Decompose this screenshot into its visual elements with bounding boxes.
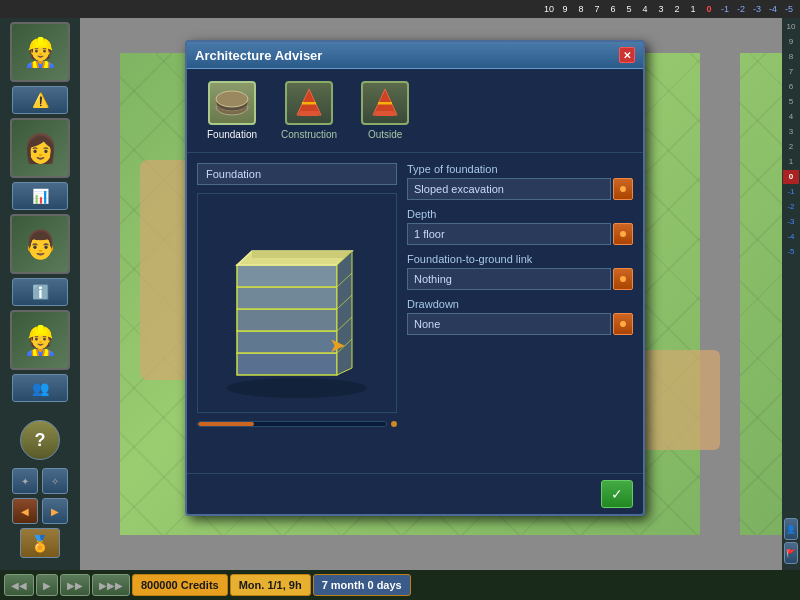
drawdown-label: Drawdown xyxy=(407,298,633,310)
tab-construction[interactable]: Construction xyxy=(273,77,345,144)
progress-fill xyxy=(198,422,254,426)
ok-button[interactable]: ✓ xyxy=(601,480,633,508)
help-button[interactable]: ? xyxy=(20,420,60,460)
rnum-4: 4 xyxy=(783,110,799,124)
rewind-btn[interactable]: ◀◀ xyxy=(4,574,34,596)
sidebar-btn-4[interactable]: 👥 xyxy=(12,374,68,402)
svg-rect-7 xyxy=(375,111,395,116)
person-icon: 👤 xyxy=(786,525,796,534)
credits-text: 800000 Credits xyxy=(141,579,219,591)
rnum-2: 2 xyxy=(783,140,799,154)
svg-rect-12 xyxy=(237,309,337,331)
rnum-neg1: -1 xyxy=(783,185,799,199)
right-btn-1[interactable]: 👤 xyxy=(784,518,798,540)
drawdown-field[interactable]: None xyxy=(407,313,611,335)
num-7: 7 xyxy=(590,4,604,14)
road-right xyxy=(700,18,740,570)
num-5: 5 xyxy=(622,4,636,14)
controls-area: Type of foundation Sloped excavation Dep… xyxy=(407,163,633,463)
depth-dropdown-btn[interactable] xyxy=(613,223,633,245)
avatar-3[interactable]: 👨 xyxy=(10,214,70,274)
rnum-neg2: -2 xyxy=(783,200,799,214)
expand-icon-2: ✧ xyxy=(51,476,59,487)
num-6: 6 xyxy=(606,4,620,14)
duration-text: 7 month 0 days xyxy=(322,579,402,591)
flag-icon: 🚩 xyxy=(786,549,796,558)
svg-point-23 xyxy=(620,231,626,237)
outside-tab-icon xyxy=(361,81,409,125)
rnum-5: 5 xyxy=(783,95,799,109)
control-drawdown: Drawdown None xyxy=(407,298,633,335)
fast-icon: ▶▶ xyxy=(67,580,83,591)
control-depth: Depth 1 floor xyxy=(407,208,633,245)
nav-prev-btn[interactable]: ◀ xyxy=(12,498,38,524)
avatar-2[interactable]: 👩 xyxy=(10,118,70,178)
num-neg5: -5 xyxy=(782,4,796,14)
faster-btn[interactable]: ▶▶▶ xyxy=(92,574,130,596)
rnum-neg3: -3 xyxy=(783,215,799,229)
control-type-of-foundation: Type of foundation Sloped excavation xyxy=(407,163,633,200)
warning-icon: ⚠️ xyxy=(32,92,49,108)
arrow-right-icon: ▶ xyxy=(51,506,59,517)
progress-track xyxy=(197,421,387,427)
gold-btn[interactable]: 🏅 xyxy=(20,528,60,558)
rnum-8: 8 xyxy=(783,50,799,64)
type-dropdown-btn[interactable] xyxy=(613,178,633,200)
sidebar-btn-2[interactable]: 📊 xyxy=(12,182,68,210)
date-display[interactable]: Mon. 1/1, 9h xyxy=(230,574,311,596)
play-btn[interactable]: ▶ xyxy=(36,574,58,596)
svg-marker-17 xyxy=(337,251,352,375)
rnum-3: 3 xyxy=(783,125,799,139)
info-icon: ℹ️ xyxy=(32,284,49,300)
fast-btn[interactable]: ▶▶ xyxy=(60,574,90,596)
dialog-close-button[interactable]: ✕ xyxy=(619,47,635,63)
num-1: 1 xyxy=(686,4,700,14)
sidebar-btn-3[interactable]: ℹ️ xyxy=(12,278,68,306)
left-sidebar: 👷 ⚠️ 👩 📊 👨 ℹ️ 👷 👥 ? ✦ ✧ ◀ xyxy=(0,18,80,570)
bottom-bar: ◀◀ ▶ ▶▶ ▶▶▶ 800000 Credits Mon. 1/1, 9h … xyxy=(0,570,800,600)
num-8: 8 xyxy=(574,4,588,14)
tab-foundation-label: Foundation xyxy=(207,129,257,140)
right-btn-2[interactable]: 🚩 xyxy=(784,542,798,564)
num-neg1: -1 xyxy=(718,4,732,14)
svg-point-25 xyxy=(620,321,626,327)
arrow-left-icon: ◀ xyxy=(21,506,29,517)
sidebar-btn-1[interactable]: ⚠️ xyxy=(12,86,68,114)
num-4: 4 xyxy=(638,4,652,14)
avatar-1[interactable]: 👷 xyxy=(10,22,70,82)
worker-icon-4: 👷 xyxy=(23,324,58,357)
svg-point-9 xyxy=(227,378,367,398)
progress-dot xyxy=(391,421,397,427)
foundation-tab-icon xyxy=(208,81,256,125)
rnum-neg5: -5 xyxy=(783,245,799,259)
depth-dropdown-row: 1 floor xyxy=(407,223,633,245)
worker-icon-3: 👨 xyxy=(23,228,58,261)
avatar-4[interactable]: 👷 xyxy=(10,310,70,370)
date-text: Mon. 1/1, 9h xyxy=(239,579,302,591)
road-bottom xyxy=(80,535,782,570)
type-field[interactable]: Sloped excavation xyxy=(407,178,611,200)
depth-field[interactable]: 1 floor xyxy=(407,223,611,245)
svg-marker-16 xyxy=(252,251,352,258)
foundation-link-field[interactable]: Nothing xyxy=(407,268,611,290)
expand-btn-1[interactable]: ✦ xyxy=(12,468,38,494)
num-3: 3 xyxy=(654,4,668,14)
tab-outside[interactable]: Outside xyxy=(353,77,417,144)
nav-next-btn[interactable]: ▶ xyxy=(42,498,68,524)
expand-btn-2[interactable]: ✧ xyxy=(42,468,68,494)
type-label: Type of foundation xyxy=(407,163,633,175)
tab-foundation[interactable]: Foundation xyxy=(199,77,265,144)
num-0: 0 xyxy=(702,4,716,14)
svg-point-22 xyxy=(620,186,626,192)
road-left xyxy=(80,18,120,570)
duration-display[interactable]: 7 month 0 days xyxy=(313,574,411,596)
drawdown-btn[interactable] xyxy=(613,313,633,335)
svg-rect-8 xyxy=(378,102,392,105)
num-neg3: -3 xyxy=(750,4,764,14)
chart-icon: 📊 xyxy=(32,188,49,204)
foundation-link-btn[interactable] xyxy=(613,268,633,290)
foundation-link-row: Nothing xyxy=(407,268,633,290)
credits-display[interactable]: 800000 Credits xyxy=(132,574,228,596)
architecture-adviser-dialog: Architecture Adviser ✕ Foundation xyxy=(185,40,645,516)
dialog-title: Architecture Adviser xyxy=(195,48,322,63)
